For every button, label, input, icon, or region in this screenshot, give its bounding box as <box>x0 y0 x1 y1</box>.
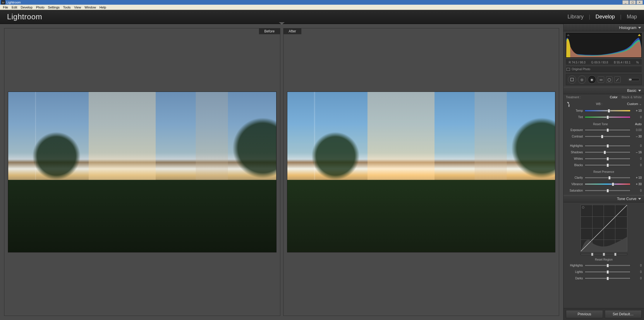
tint-label: Tint <box>566 116 583 119</box>
vibrance-label: Vibrance <box>566 183 583 186</box>
brush-tool-button[interactable]: ／ <box>614 76 621 83</box>
histogram-header[interactable]: Histogram <box>564 24 644 31</box>
window-minimize-button[interactable]: _ <box>622 0 629 4</box>
basic-title: Basic <box>627 88 636 93</box>
reset-presence[interactable]: Reset Presence <box>566 170 642 173</box>
treatment-bw[interactable]: Black & White <box>622 95 642 99</box>
contrast-label: Contrast <box>566 135 583 138</box>
hist-pct: % <box>636 61 639 64</box>
menu-file[interactable]: File <box>1 6 10 9</box>
clarity-slider[interactable] <box>585 177 631 179</box>
original-photo-toggle[interactable]: Original Photo <box>566 66 642 72</box>
window-title: Lightroom <box>6 1 21 4</box>
histogram-graph[interactable] <box>566 33 642 58</box>
whites-value[interactable]: 0 <box>632 157 642 160</box>
tc-darks-slider[interactable] <box>585 277 631 279</box>
hist-b: B 55.4 / 83.1 <box>614 61 631 64</box>
exposure-value[interactable]: 0.00 <box>632 128 642 132</box>
hist-g: G 69.9 / 93.8 <box>591 61 608 64</box>
tone-curve-graph[interactable] <box>581 205 627 252</box>
temp-value[interactable]: + 10 <box>632 109 642 112</box>
menu-help[interactable]: Help <box>98 6 108 9</box>
tc-darks-value[interactable]: 0 <box>632 277 642 280</box>
menu-bar: File Edit Develop Photo Settings Tools V… <box>0 5 644 10</box>
temp-slider[interactable] <box>585 110 631 112</box>
svg-rect-0 <box>571 78 573 81</box>
tonecurve-header[interactable]: Tone Curve <box>564 195 644 202</box>
spot-tool-button[interactable]: ◎ <box>578 75 586 84</box>
wb-dropdown[interactable]: Custom <box>627 102 642 106</box>
reset-tone[interactable]: Reset Tone <box>566 123 635 126</box>
treatment-color[interactable]: Color <box>610 95 617 99</box>
highlight-clip-icon[interactable] <box>638 34 641 36</box>
eyedropper-icon[interactable] <box>565 100 572 107</box>
hist-r: R 74.5 / 98.0 <box>569 61 585 64</box>
whites-slider[interactable] <box>585 158 631 160</box>
vibrance-value[interactable]: + 30 <box>632 183 642 186</box>
highlights-value[interactable]: 0 <box>632 144 642 147</box>
top-panel-toggle-icon[interactable] <box>279 22 285 25</box>
blacks-slider[interactable] <box>585 164 631 166</box>
whites-label: Whites <box>566 157 583 160</box>
contrast-slider[interactable] <box>585 135 631 137</box>
shadows-label: Shadows <box>566 151 583 154</box>
window-close-button[interactable]: × <box>636 0 643 4</box>
redeye-tool-button[interactable]: ◉ <box>588 75 596 84</box>
shadow-clip-icon[interactable] <box>567 34 570 36</box>
module-bar: Lightroom Library | Develop | Map <box>0 10 644 24</box>
saturation-label: Saturation <box>566 189 583 192</box>
auto-button[interactable]: Auto <box>635 122 642 126</box>
divider: | <box>620 14 621 20</box>
module-develop[interactable]: Develop <box>595 14 615 20</box>
reset-region[interactable]: Reset Region <box>566 258 642 261</box>
saturation-value[interactable]: 0 <box>632 189 642 192</box>
after-pane[interactable]: After <box>283 28 559 316</box>
exposure-slider[interactable] <box>585 129 631 131</box>
shadows-value[interactable]: – 16 <box>632 151 642 154</box>
before-pane[interactable]: Before <box>4 28 280 316</box>
radial-tool-button[interactable]: ◯ <box>606 76 612 83</box>
menu-develop[interactable]: Develop <box>19 6 34 9</box>
tc-highlights-value[interactable]: 0 <box>632 264 642 267</box>
tc-highlights-label: Highlights <box>566 264 583 267</box>
tone-curve-region-rail[interactable] <box>581 253 627 255</box>
temp-label: Temp <box>566 109 583 112</box>
window-maximize-button[interactable]: ▢ <box>629 0 636 4</box>
tc-lights-label: Lights <box>566 270 583 273</box>
app-icon: Lr <box>1 0 5 4</box>
menu-window[interactable]: Window <box>83 6 98 9</box>
crop-tool-button[interactable] <box>568 75 576 84</box>
module-library[interactable]: Library <box>568 14 584 20</box>
grad-tool-button[interactable]: ▭ <box>598 76 604 83</box>
tool-switch[interactable] <box>628 78 640 81</box>
vibrance-slider[interactable] <box>585 183 631 185</box>
blacks-value[interactable]: 0 <box>632 164 642 167</box>
saturation-slider[interactable] <box>585 190 631 192</box>
clarity-value[interactable]: + 10 <box>632 176 642 179</box>
tc-lights-slider[interactable] <box>585 271 631 273</box>
chevron-down-icon <box>638 27 641 29</box>
previous-button[interactable]: Previous <box>566 310 603 318</box>
set-default-button[interactable]: Set Default… <box>605 310 642 318</box>
tc-lights-value[interactable]: 0 <box>632 270 642 273</box>
wb-label: WB : <box>571 102 627 106</box>
menu-photo[interactable]: Photo <box>34 6 46 9</box>
blacks-label: Blacks <box>566 164 583 167</box>
menu-edit[interactable]: Edit <box>10 6 19 9</box>
tint-slider[interactable] <box>585 116 631 118</box>
highlights-slider[interactable] <box>585 145 631 147</box>
contrast-value[interactable]: – 30 <box>632 135 642 138</box>
tint-value[interactable]: 0 <box>632 116 642 119</box>
module-map[interactable]: Map <box>627 14 637 20</box>
image-viewer: Before After <box>0 24 563 320</box>
menu-tools[interactable]: Tools <box>61 6 73 9</box>
tool-strip: ◎ ◉ ▭ ◯ ／ <box>566 74 642 85</box>
menu-view[interactable]: View <box>72 6 83 9</box>
shadows-slider[interactable] <box>585 151 631 153</box>
menu-settings[interactable]: Settings <box>46 6 61 9</box>
tc-highlights-slider[interactable] <box>585 264 631 266</box>
basic-header[interactable]: Basic <box>564 87 644 94</box>
checkbox-icon <box>566 68 570 71</box>
highlights-label: Highlights <box>566 144 583 147</box>
chevron-down-icon <box>638 90 641 92</box>
